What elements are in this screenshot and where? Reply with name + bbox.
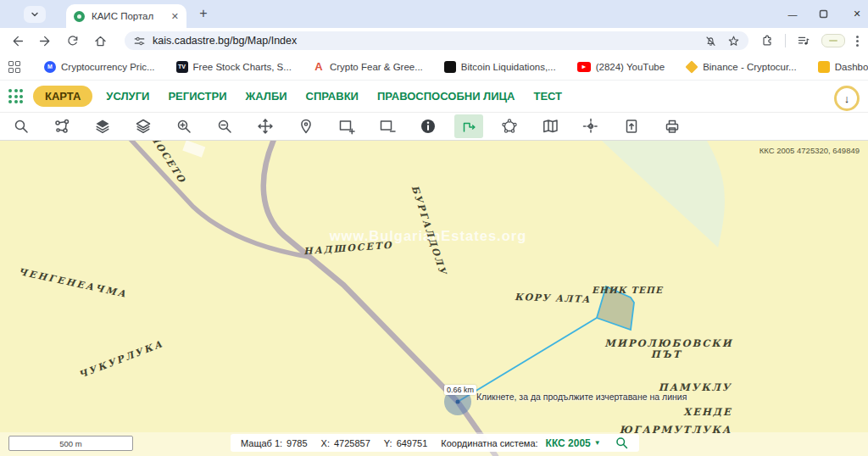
measure-distance-tool-icon[interactable] (454, 114, 483, 138)
maximize-icon[interactable] (819, 9, 831, 19)
bookmark-label: (2824) YouTube (596, 62, 665, 72)
browser-menu-icon[interactable] (856, 36, 859, 47)
measure-cursor-point (456, 400, 460, 404)
building-patch (182, 141, 205, 158)
bookmark-free-stock-charts[interactable]: TV Free Stock Charts, S... (176, 61, 292, 73)
tradingview-favicon: TV (176, 61, 188, 73)
map-sheets-tool-icon[interactable] (536, 114, 565, 138)
road-branch (127, 141, 309, 257)
map-label: ЕНИК ТЕПЕ (592, 285, 663, 295)
zoom-rect-in-tool-icon[interactable] (332, 114, 361, 138)
bookmark-cryptocurrency-prices[interactable]: M Cryptocurrency Pric... (44, 61, 155, 73)
browser-addressbar: kais.cadastre.bg/bg/Map/Index (0, 28, 868, 53)
browser-titlebar: КАИС Портал ✕ + — ✕ (0, 0, 868, 28)
map-canvas[interactable]: www.BulgarianEstates.org ККС 2005 472532… (0, 141, 868, 456)
nav-registri[interactable]: РЕГИСТРИ (168, 90, 226, 103)
alternative-favicon: A (313, 61, 325, 73)
toolbar-divider (785, 34, 786, 47)
minimize-icon[interactable]: — (787, 9, 798, 19)
apps-grid-icon[interactable] (8, 61, 20, 73)
y-label: Y: (384, 438, 392, 448)
map-label: ХЕНДЕ (683, 406, 732, 418)
binance-favicon (685, 60, 698, 73)
export-tool-icon[interactable] (617, 114, 646, 138)
url-bar[interactable]: kais.cadastre.bg/bg/Map/Index (125, 31, 748, 50)
search-tool-icon[interactable] (7, 114, 36, 138)
crs-label: Координатна система: (441, 438, 537, 448)
bookmarks-bar: M Cryptocurrency Pric... TV Free Stock C… (0, 53, 868, 81)
site-settings-icon[interactable] (133, 35, 146, 47)
x-label: X: (321, 438, 330, 448)
bookmark-crypto-fear-greed[interactable]: A Crypto Fear & Gree... (313, 61, 423, 73)
youtube-favicon: ▸ (577, 62, 591, 72)
status-strip: Мащаб 1: 9785 X: 4725857 Y: 649751 Коорд… (231, 434, 639, 452)
nav-zhalbi[interactable]: ЖАЛБИ (246, 90, 287, 103)
bookmark-binance[interactable]: Binance - Cryptocur... (686, 61, 797, 73)
bookmark-label: Binance - Cryptocur... (703, 62, 797, 72)
pan-tool-icon[interactable] (251, 114, 280, 138)
x-value[interactable]: 4725857 (334, 438, 370, 448)
bookmark-bitcoin-liquidations[interactable]: Bitcoin Liquidations,... (444, 61, 556, 73)
profile-avatar[interactable] (821, 34, 845, 47)
site-navigation: КАРТА УСЛУГИ РЕГИСТРИ ЖАЛБИ СПРАВКИ ПРАВ… (0, 81, 868, 113)
measure-area-tool-icon[interactable] (495, 114, 524, 138)
scale-label: Мащаб 1: (241, 438, 282, 448)
topology-tool-icon[interactable] (47, 114, 76, 138)
drawing-tooltip: Кликнете, за да продължите изчертаване н… (476, 392, 687, 402)
new-tab-button[interactable]: + (195, 6, 212, 21)
menu-grid-icon[interactable] (8, 89, 23, 103)
y-value[interactable]: 649751 (397, 438, 428, 448)
crs-dropdown-caret-icon[interactable]: ▼ (594, 439, 601, 447)
kais-favicon (74, 11, 85, 22)
bookmark-label: Crypto Fear & Gree... (330, 62, 423, 72)
zoom-in-tool-icon[interactable] (170, 114, 198, 138)
home-icon[interactable] (93, 34, 108, 48)
bookmark-youtube[interactable]: ▸ (2824) YouTube (577, 62, 665, 72)
liquidations-favicon (444, 61, 456, 73)
coordinate-search-icon[interactable] (615, 436, 629, 450)
layers-filled-tool-icon[interactable] (88, 114, 117, 138)
location-tool-icon[interactable] (292, 114, 320, 138)
bookmark-label: Bitcoin Liquidations,... (461, 62, 556, 72)
info-tool-icon[interactable] (414, 114, 442, 138)
bookmark-label: Cryptocurrency Pric... (61, 62, 155, 72)
measure-line (458, 318, 597, 402)
bookmark-label: Dashboard (835, 62, 868, 72)
zoom-out-tool-icon[interactable] (210, 114, 239, 138)
map-label: МИРОЛЮБОВСКИ (604, 337, 732, 349)
tab-search-button[interactable] (24, 6, 46, 23)
bookmark-label: Free Stock Charts, S... (193, 62, 292, 72)
collapse-menu-button[interactable]: ↓ (834, 86, 860, 111)
dashboard-favicon (818, 61, 830, 73)
bookmark-dashboard[interactable]: Dashboard (818, 61, 868, 73)
notifications-blocked-icon[interactable] (704, 35, 717, 47)
extensions-icon[interactable] (760, 34, 774, 47)
back-icon[interactable] (10, 34, 25, 48)
reload-icon[interactable] (66, 34, 80, 47)
scale-bar: 500 m (8, 436, 133, 451)
scale-value[interactable]: 9785 (287, 438, 307, 448)
media-controls-icon[interactable] (797, 34, 810, 47)
close-icon[interactable]: ✕ (851, 8, 863, 19)
nav-uslugi[interactable]: УСЛУГИ (106, 90, 149, 103)
zoom-rect-out-tool-icon[interactable] (373, 114, 402, 138)
layers-tool-icon[interactable] (129, 114, 158, 138)
browser-tab[interactable]: КАИС Портал ✕ (66, 4, 186, 28)
print-tool-icon[interactable] (658, 114, 687, 138)
map-graphics (0, 141, 868, 456)
coinmarketcap-favicon: M (44, 61, 56, 73)
nav-test[interactable]: ТЕСТ (533, 90, 562, 103)
crs-select[interactable]: ККС 2005 (546, 437, 591, 449)
nav-spravki[interactable]: СПРАВКИ (306, 90, 359, 103)
cursor-coordinates-readout: ККС 2005 4725320, 649849 (760, 146, 860, 155)
tab-title: КАИС Портал (92, 11, 171, 21)
nav-karta[interactable]: КАРТА (33, 86, 92, 107)
bookmark-star-icon[interactable] (727, 35, 740, 47)
forward-icon[interactable] (38, 34, 53, 48)
url-text[interactable]: kais.cadastre.bg/bg/Map/Index (153, 35, 694, 47)
tab-close-icon[interactable]: ✕ (171, 11, 179, 22)
nav-pravosposobni-litsa[interactable]: ПРАВОСПОСОБНИ ЛИЦА (377, 90, 515, 103)
map-label: ПЪТ (651, 348, 682, 360)
crossroads-tool-icon[interactable] (576, 114, 605, 138)
map-toolbar (0, 113, 868, 141)
